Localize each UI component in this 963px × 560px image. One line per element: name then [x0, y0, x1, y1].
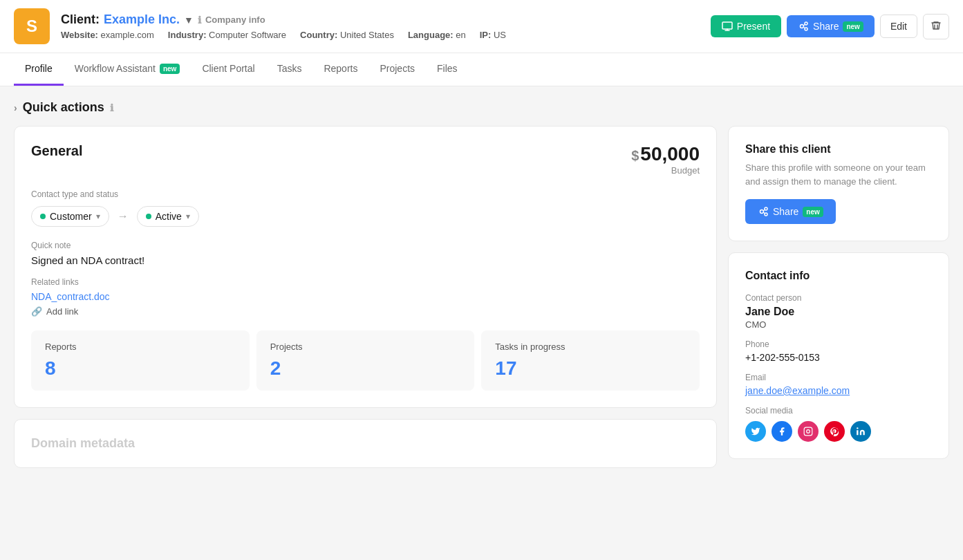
- stat-reports[interactable]: Reports 8: [31, 330, 250, 391]
- trash-icon: [931, 20, 942, 31]
- company-info-link[interactable]: Company info: [205, 15, 265, 25]
- quick-actions-info-icon[interactable]: ℹ: [110, 102, 113, 113]
- contact-person-label: Contact person: [745, 293, 932, 303]
- related-links-label: Related links: [31, 277, 700, 287]
- stat-projects-label: Projects: [270, 342, 461, 352]
- delete-button[interactable]: [923, 14, 949, 39]
- domain-title: Domain metadata: [31, 436, 700, 451]
- general-header: General $50,000 Budget: [31, 143, 700, 176]
- linkedin-icon[interactable]: [850, 421, 871, 442]
- budget-label: Budget: [631, 165, 700, 176]
- pinterest-icon[interactable]: [824, 421, 845, 442]
- customer-label: Customer: [50, 211, 92, 222]
- quick-actions-title: Quick actions: [23, 100, 104, 115]
- client-name[interactable]: Example Inc.: [104, 12, 180, 27]
- expand-icon[interactable]: ›: [14, 102, 17, 113]
- share-client-card: Share this client Share this profile wit…: [728, 126, 949, 241]
- contact-info-title: Contact info: [745, 270, 932, 282]
- tab-profile[interactable]: Profile: [14, 53, 64, 86]
- main-grid: General $50,000 Budget Contact type and …: [14, 126, 949, 468]
- quick-note-label: Quick note: [31, 241, 700, 250]
- active-label: Active: [156, 211, 182, 222]
- budget-amount: $50,000 Budget: [631, 143, 700, 176]
- social-media-label: Social media: [745, 406, 932, 416]
- share-client-new-badge: new: [803, 207, 823, 217]
- stat-tasks[interactable]: Tasks in progress 17: [481, 330, 700, 391]
- present-button[interactable]: Present: [711, 15, 781, 37]
- phone-label: Phone: [745, 339, 932, 349]
- facebook-icon[interactable]: [772, 421, 792, 442]
- quick-note-text: Signed an NDA contract!: [31, 254, 700, 266]
- general-title: General: [31, 143, 82, 159]
- customer-dot: [40, 214, 46, 219]
- client-info: Client: Example Inc. ▼ ℹ Company info We…: [61, 12, 700, 40]
- tab-files[interactable]: Files: [426, 53, 469, 86]
- share-icon: [798, 21, 809, 32]
- contact-info-card: Contact info Contact person Jane Doe CMO…: [728, 252, 949, 459]
- edit-button[interactable]: Edit: [880, 15, 917, 38]
- stat-tasks-value: 17: [495, 357, 686, 380]
- svg-point-10: [857, 427, 858, 429]
- share-client-icon: [758, 206, 769, 217]
- share-client-label: Share: [773, 206, 798, 217]
- social-icons: [745, 421, 932, 442]
- tab-workflow[interactable]: Workflow Assistant new: [64, 53, 191, 86]
- contact-name: Jane Doe: [745, 306, 932, 318]
- tab-tasks[interactable]: Tasks: [266, 53, 313, 86]
- svg-rect-7: [804, 427, 812, 436]
- svg-point-1: [801, 25, 804, 28]
- contact-type-row: Customer ▾ → Active ▾: [31, 206, 700, 227]
- customer-dropdown-arrow: ▾: [96, 212, 100, 221]
- client-meta: Website: example.com Industry: Computer …: [61, 30, 700, 40]
- share-client-title: Share this client: [745, 143, 932, 156]
- customer-dropdown[interactable]: Customer ▾: [31, 206, 109, 227]
- active-dropdown[interactable]: Active ▾: [137, 206, 199, 227]
- twitter-icon[interactable]: [745, 421, 766, 442]
- stats-grid: Reports 8 Projects 2 Tasks in progress 1…: [31, 330, 700, 391]
- left-column: General $50,000 Budget Contact type and …: [14, 126, 717, 468]
- stat-reports-value: 8: [45, 357, 236, 380]
- email-label: Email: [745, 373, 932, 382]
- nav-tabs: Profile Workflow Assistant new Client Po…: [0, 53, 963, 86]
- quick-actions-header: › Quick actions ℹ: [14, 100, 949, 115]
- link-icon: 🔗: [31, 306, 42, 317]
- contact-email[interactable]: jane.doe@example.com: [745, 385, 850, 396]
- add-link-button[interactable]: 🔗 Add link: [31, 306, 700, 317]
- share-header-button[interactable]: Share new: [787, 15, 875, 37]
- active-dot: [146, 214, 151, 219]
- top-header: S Client: Example Inc. ▼ ℹ Company info …: [0, 0, 963, 53]
- contact-role: CMO: [745, 319, 932, 330]
- client-dropdown-icon[interactable]: ▼: [184, 15, 194, 26]
- present-icon: [722, 21, 733, 32]
- share-client-button[interactable]: Share new: [745, 199, 836, 224]
- meta-language: Language: en: [408, 30, 466, 40]
- contact-phone: +1-202-555-0153: [745, 352, 932, 363]
- meta-country: Country: United States: [300, 30, 394, 40]
- stat-projects-value: 2: [270, 357, 461, 380]
- add-link-label: Add link: [46, 306, 78, 317]
- page-content: › Quick actions ℹ General $50,000 Budget: [0, 86, 963, 482]
- meta-website: Website: example.com: [61, 30, 154, 40]
- share-new-badge: new: [843, 21, 863, 32]
- meta-industry: Industry: Computer Software: [168, 30, 286, 40]
- tab-projects[interactable]: Projects: [368, 53, 426, 86]
- info-icon: ℹ: [198, 15, 201, 26]
- svg-rect-0: [722, 22, 732, 29]
- svg-point-8: [807, 430, 810, 433]
- stat-projects[interactable]: Projects 2: [256, 330, 475, 391]
- tab-reports[interactable]: Reports: [312, 53, 368, 86]
- client-avatar: S: [14, 8, 50, 44]
- flow-arrow: →: [118, 210, 129, 223]
- tab-client-portal[interactable]: Client Portal: [191, 53, 265, 86]
- workflow-new-badge: new: [160, 64, 180, 74]
- client-title: Client: Example Inc. ▼ ℹ Company info: [61, 12, 700, 27]
- budget-value: $50,000: [631, 143, 700, 165]
- instagram-icon[interactable]: [798, 421, 819, 442]
- domain-section: Domain metadata: [14, 419, 717, 468]
- related-link[interactable]: NDA_contract.doc: [31, 291, 700, 302]
- stat-reports-label: Reports: [45, 342, 236, 352]
- meta-ip: IP: US: [480, 30, 506, 40]
- contact-type-label: Contact type and status: [31, 189, 700, 199]
- budget-dollar: $: [631, 148, 639, 163]
- active-dropdown-arrow: ▾: [186, 212, 190, 221]
